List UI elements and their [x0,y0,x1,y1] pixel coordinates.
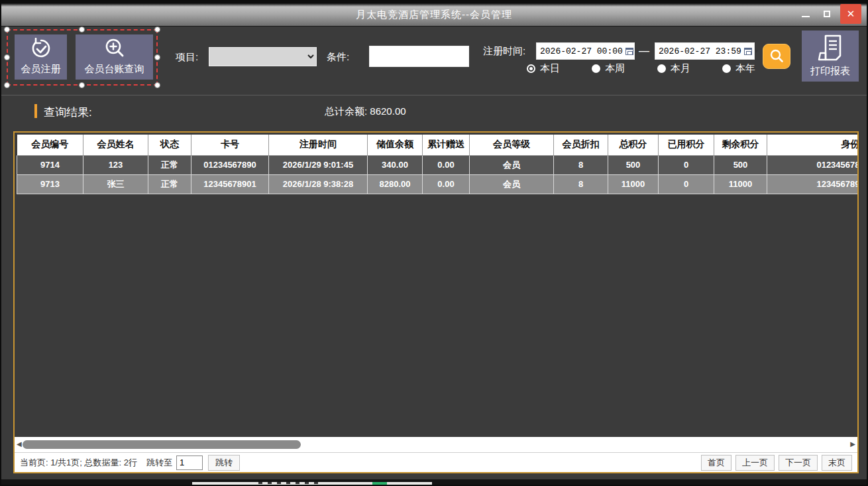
horizontal-scrollbar[interactable]: ◀ ▶ [15,437,857,452]
maximize-button[interactable] [816,4,838,24]
column-header[interactable]: 累计赠送 [423,135,470,155]
column-header[interactable]: 注册时间 [269,135,368,155]
column-header[interactable]: 会员折扣 [554,135,608,155]
print-report-button[interactable]: 打印报表 [802,30,859,82]
date-range-radios: 本日本周本月本年 [527,62,755,75]
column-header[interactable]: 会员姓名 [83,135,148,155]
radio-icon[interactable] [722,64,731,73]
window-bottom-edge [1,479,867,485]
radio-本日[interactable]: 本日 [527,62,560,75]
table-cell: 0 [659,174,714,194]
radio-icon[interactable] [592,64,600,73]
minimize-icon [802,16,810,17]
members-table: 会员编号会员姓名状态卡号注册时间储值余额累计赠送会员等级会员折扣总积分已用积分剩… [17,135,857,194]
scroll-right-arrow-icon[interactable]: ▶ [850,440,855,448]
selection-handle[interactable] [154,27,160,32]
table-cell: 11000 [608,174,659,194]
selection-handle[interactable] [79,27,85,32]
results-panel: 会员编号会员姓名状态卡号注册时间储值余额累计赠送会员等级会员折扣总积分已用积分剩… [13,131,859,473]
table-cell: 01234567890 [191,155,269,174]
radio-label: 本周 [605,62,625,75]
project-select[interactable] [209,47,317,66]
member-register-button[interactable]: 会员注册 [15,34,67,80]
table-cell: 8 [554,155,608,174]
total-balance-label: 总计余额: [325,105,367,117]
column-header[interactable]: 剩余积分 [714,135,767,155]
table-cell: 500 [608,155,659,174]
close-button[interactable]: ✕ [840,4,861,24]
column-header[interactable]: 会员等级 [470,135,554,155]
table-cell: 0.00 [423,174,470,194]
minimize-button[interactable] [795,4,816,24]
zoom-in-magnifier-icon [103,38,127,63]
results-title: 查询结果: [44,105,92,120]
project-label: 项目: [176,51,198,64]
table-cell: 11000 [714,174,767,194]
register-refresh-check-icon [29,38,53,63]
condition-input[interactable] [369,46,469,67]
window-title: 月太电竞酒店管理系统--会员管理 [1,9,867,21]
last-page-button[interactable]: 末页 [822,455,852,471]
selection-handle[interactable] [154,54,160,60]
chevron-down-icon: ▼ [754,48,759,54]
table-cell: 012345678901234567 [767,155,858,174]
date-from-picker[interactable]: 2026-02-27 00:00 ▼ [536,42,635,60]
column-header[interactable]: 卡号 [191,135,269,155]
column-header[interactable]: 身份证号 [767,135,858,155]
table-cell: 正常 [148,155,191,174]
column-header[interactable]: 会员编号 [17,135,83,155]
pagination: 首页 上一页 下一页 末页 [701,455,852,471]
scroll-left-arrow-icon[interactable]: ◀ [17,440,22,448]
table-cell: 8 [554,174,608,194]
date-range-separator: — [639,45,649,57]
status-bar: 当前页: 1/共1页; 总数据量: 2行 跳转至 跳转 首页 上一页 下一页 末… [15,452,857,472]
jump-button[interactable]: 跳转 [208,455,240,471]
radio-selected-icon[interactable] [527,64,535,73]
scrollbar-thumb[interactable] [23,440,301,449]
column-header[interactable]: 状态 [148,135,191,155]
table-cell: 9714 [17,155,83,174]
table-row[interactable]: 9714123正常012345678902026/1/29 9:01:45340… [17,155,858,174]
table-cell: 2026/1/28 9:38:28 [269,174,368,194]
table-row[interactable]: 9713张三正常123456789012026/1/28 9:38:288280… [17,174,858,194]
window-controls: ✕ [795,1,861,27]
selection-handle[interactable] [4,27,10,32]
table-cell: 正常 [148,174,191,194]
table-header-row: 会员编号会员姓名状态卡号注册时间储值余额累计赠送会员等级会员折扣总积分已用积分剩… [17,135,858,155]
selection-handle[interactable] [154,82,160,88]
next-page-button[interactable]: 下一页 [779,455,818,471]
table-cell: 2026/1/29 9:01:45 [269,155,368,174]
date-to-dropdown[interactable]: ▼ [741,48,762,55]
calendar-icon [744,48,752,55]
column-header[interactable]: 已用积分 [659,135,714,155]
radio-本月[interactable]: 本月 [657,62,690,75]
radio-本年[interactable]: 本年 [722,62,755,75]
radio-label: 本日 [540,62,560,75]
table-cell: 0.00 [423,155,470,174]
radio-icon[interactable] [657,64,666,73]
radio-本周[interactable]: 本周 [592,62,625,75]
selection-handle[interactable] [79,82,85,88]
member-register-label: 会员注册 [21,63,61,76]
print-report-label: 打印报表 [810,65,850,78]
member-ledger-query-button[interactable]: 会员台账查询 [76,34,153,80]
background-window-sliver [192,482,432,485]
selection-handle[interactable] [4,54,10,60]
selection-handle[interactable] [4,82,10,88]
table-cell: 0 [659,155,714,174]
table-cell: 9713 [17,174,83,194]
toolbar-divider [1,95,867,95]
background-green-mark [372,482,387,485]
prev-page-button[interactable]: 上一页 [735,455,775,471]
column-header[interactable]: 储值余额 [368,135,423,155]
radio-label: 本月 [671,62,690,75]
column-header[interactable]: 总积分 [608,135,659,155]
table-cell: 张三 [83,174,148,194]
date-to-picker[interactable]: 2026-02-27 23:59 ▼ [655,42,755,60]
search-button[interactable] [763,44,790,69]
condition-label: 条件: [327,51,349,64]
table-cell: 会员 [470,174,554,194]
jump-page-input[interactable] [176,456,203,470]
total-balance: 总计余额: 8620.00 [325,105,406,118]
first-page-button[interactable]: 首页 [701,455,732,471]
